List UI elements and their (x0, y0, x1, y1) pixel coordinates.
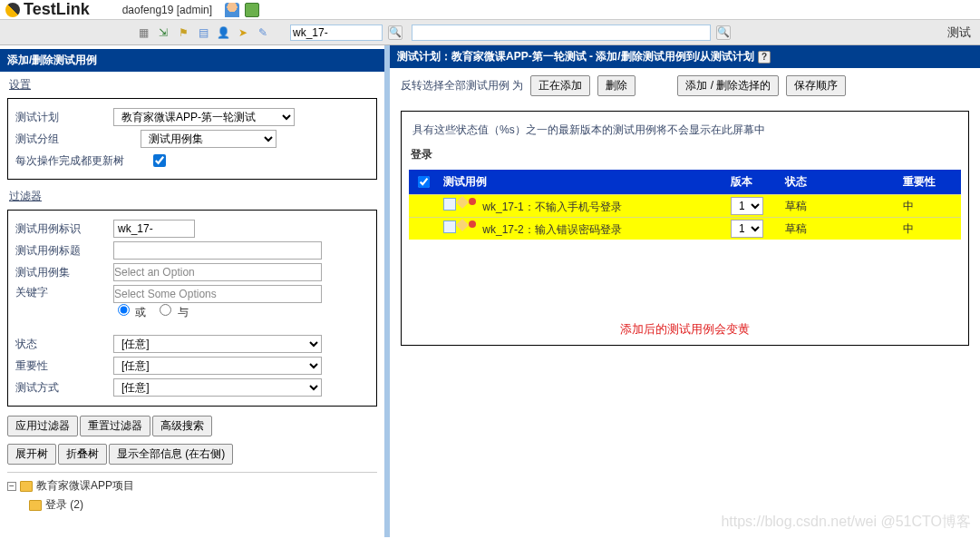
edit-icon[interactable] (456, 195, 469, 208)
doc-icon[interactable] (443, 220, 456, 233)
save-order-button[interactable]: 保存顺序 (786, 75, 846, 96)
user2-icon[interactable]: 👤 (216, 25, 230, 40)
f-kw-select[interactable]: Select Some Options (113, 285, 322, 303)
th-importance: 重要性 (898, 170, 961, 195)
pen-icon[interactable]: ✎ (256, 25, 270, 40)
filter-header[interactable]: 过滤器 (9, 189, 375, 204)
tc-name: wk_17-2：输入错误密码登录 (482, 223, 621, 236)
select-all-checkbox[interactable] (418, 176, 430, 188)
th-version: 版本 (725, 170, 780, 195)
tree-icon[interactable]: ⇲ (156, 25, 170, 40)
table-row: wk_17-2：输入错误密码登录 1 草稿 中 (409, 218, 961, 240)
tc-imp: 中 (898, 195, 961, 218)
ver-select[interactable]: 1 (731, 220, 763, 238)
plan-label: 测试计划 (15, 110, 106, 125)
plan-select[interactable]: 教育家微课APP-第一轮测试 (113, 108, 295, 126)
flag-icon[interactable]: ⚑ (176, 25, 190, 40)
edit-icon[interactable] (456, 218, 469, 230)
folder-closed-icon (29, 500, 42, 511)
cursor-icon[interactable]: ➤ (236, 25, 250, 40)
current-user: daofeng19 [admin] (122, 4, 212, 16)
logo-icon (5, 3, 20, 17)
search-main-icon[interactable]: 🔍 (716, 25, 731, 40)
invert-label: 反转选择全部测试用例 为 (401, 78, 523, 93)
f-exec-label: 测试方式 (15, 380, 106, 396)
f-status-label: 状态 (15, 337, 106, 352)
collapse-tree-button[interactable]: 折叠树 (58, 444, 107, 465)
radio-and[interactable]: 与 (155, 301, 188, 320)
suite-subhead: 登录 (411, 147, 961, 162)
collapse-icon[interactable]: − (7, 482, 16, 491)
adding-button[interactable]: 正在添加 (530, 75, 590, 96)
f-title-label: 测试用例标题 (15, 243, 106, 259)
user-icon[interactable] (225, 3, 239, 17)
radio-or[interactable]: 或 (113, 301, 146, 320)
tc-name: wk_17-1：不输入手机号登录 (482, 201, 621, 213)
org-chart-icon[interactable]: ▦ (136, 25, 150, 40)
tree-child-label: 登录 (2) (45, 497, 83, 513)
monitor-icon[interactable] (245, 3, 259, 17)
f-id-input[interactable] (113, 220, 195, 238)
table-row: wk_17-1：不输入手机号登录 1 草稿 中 (409, 195, 961, 218)
search-prefix-icon[interactable]: 🔍 (388, 25, 403, 40)
bullet-icon[interactable] (469, 220, 476, 228)
f-suite-select[interactable]: Select an Option (113, 263, 322, 281)
f-kw-label: 关键字 (15, 285, 106, 300)
tree-root-label: 教育家微课APP项目 (36, 478, 134, 494)
reset-filter-button[interactable]: 重置过滤器 (80, 416, 150, 436)
filter-panel: 测试用例标识 测试用例标题 测试用例集 Select an Option 关键字… (7, 210, 377, 407)
tree-root-row[interactable]: − 教育家微课APP项目 (7, 476, 377, 495)
toolbar: ▦ ⇲ ⚑ ▤ 👤 ➤ ✎ 🔍 🔍 测试 (0, 20, 980, 45)
folder-open-icon (20, 481, 33, 492)
ver-select[interactable]: 1 (731, 197, 763, 215)
refresh-label: 每次操作完成都更新树 (15, 153, 142, 169)
testlink-logo: TestLink (5, 0, 90, 19)
bullet-icon[interactable] (469, 198, 476, 205)
th-testcase: 测试用例 (438, 170, 725, 195)
f-id-label: 测试用例标识 (15, 221, 106, 237)
search-prefix-input[interactable] (290, 24, 383, 41)
f-importance-label: 重要性 (15, 358, 106, 374)
status-notice: 具有这些状态值（%s）之一的最新版本的测试用例将不会显示在此屏幕中 (412, 122, 961, 138)
testcase-table: 测试用例 版本 状态 重要性 (409, 170, 961, 240)
right-title: 测试计划：教育家微课APP-第一轮测试 - 添加/删除测试用例到/从测试计划 (397, 49, 754, 64)
f-exec-select[interactable]: [任意] (113, 378, 322, 397)
show-all-button[interactable]: 显示全部信息 (在右侧) (109, 444, 233, 465)
brand-name: TestLink (24, 0, 90, 19)
add-remove-button[interactable]: 添加 / 删除选择的 (677, 75, 779, 96)
search-main-input[interactable] (412, 24, 711, 41)
tree-child-row[interactable]: 登录 (2) (7, 495, 377, 514)
expand-tree-button[interactable]: 展开树 (7, 444, 56, 465)
adv-search-button[interactable]: 高级搜索 (152, 416, 212, 436)
red-caption: 添加后的测试用例会变黄 (409, 321, 961, 338)
f-importance-select[interactable]: [任意] (113, 357, 322, 375)
right-trunc-label: 测试 (947, 24, 975, 41)
th-status: 状态 (780, 170, 898, 195)
tc-status: 草稿 (780, 195, 898, 218)
tc-status: 草稿 (780, 218, 898, 240)
f-status-select[interactable]: [任意] (113, 335, 322, 353)
apply-filter-button[interactable]: 应用过滤器 (7, 416, 78, 436)
refresh-checkbox[interactable] (153, 154, 166, 167)
doc-icon[interactable]: ▤ (196, 25, 210, 40)
delete-button[interactable]: 删除 (597, 75, 636, 96)
doc-icon[interactable] (443, 198, 456, 211)
f-suite-label: 测试用例集 (15, 265, 106, 280)
group-select[interactable]: 测试用例集 (141, 130, 277, 148)
group-label: 测试分组 (15, 132, 106, 147)
help-icon[interactable]: ? (758, 51, 771, 64)
settings-panel: 测试计划 教育家微课APP-第一轮测试 测试分组 测试用例集 每次操作完成都更新… (7, 98, 377, 180)
settings-header[interactable]: 设置 (9, 77, 375, 93)
watermark: https://blog.csdn.net/wei @51CTO博客 (721, 513, 971, 532)
tc-imp: 中 (898, 218, 961, 240)
left-title: 添加/删除测试用例 (0, 49, 384, 72)
f-title-input[interactable] (113, 241, 322, 260)
